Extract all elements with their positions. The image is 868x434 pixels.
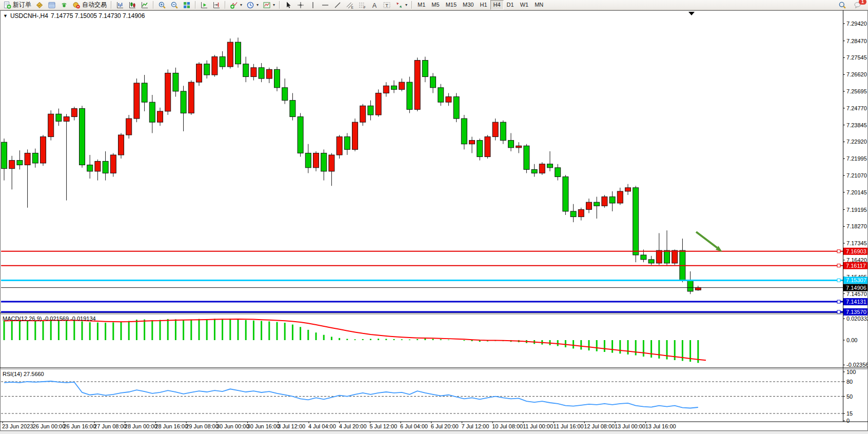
chart-title: ▼ USDCNH-,H4 7.14775 7.15005 7.14730 7.1… [3, 12, 145, 19]
arrow-annotation[interactable] [696, 232, 717, 248]
data-window-icon [48, 1, 56, 9]
timeframe-m1-button[interactable]: M1 [415, 0, 428, 10]
candle-body [329, 155, 334, 171]
chevron-down-icon[interactable]: ▾ [240, 3, 242, 7]
rsi-axis-label: 50 [846, 393, 853, 400]
candle-body [64, 117, 69, 122]
channel-button[interactable]: E [344, 0, 356, 10]
search-icon [838, 1, 846, 9]
line-handle[interactable] [837, 310, 840, 313]
time-axis: 23 Jun 202326 Jun 00:0026 Jun 16:0027 Ju… [2, 422, 676, 429]
collapse-chart-icon[interactable]: ▼ [3, 13, 8, 18]
candlestick-chart-button[interactable] [126, 0, 139, 10]
time-tick-label: 6 Jul 20:00 [431, 423, 459, 429]
crosshair-button[interactable] [294, 0, 307, 10]
macd-indicator-label: MACD(12,26,9) -0.021569 -0.019134 [3, 315, 96, 322]
candle-body [368, 106, 373, 115]
candle-body [648, 260, 654, 263]
search-button[interactable] [836, 0, 849, 10]
timeframe-m15-button[interactable]: M15 [443, 0, 460, 10]
candle-body [251, 68, 257, 77]
chart-window[interactable]: ▼ USDCNH-,H4 7.14775 7.15005 7.14730 7.1… [0, 10, 868, 431]
cursor-icon [284, 1, 292, 9]
price-tick-label: 7.29420 [846, 21, 867, 27]
line-handle[interactable] [837, 250, 840, 253]
time-tick-label: 7 Jul 12:00 [462, 423, 489, 429]
time-tick-label: 27 Jun 08:00 [94, 423, 127, 429]
macd-axis-label: 0.020332 [846, 315, 868, 322]
chart-shift-marker[interactable] [688, 12, 695, 15]
chevron-down-icon[interactable]: ▾ [405, 3, 407, 7]
indicators-button[interactable]: ▾ [228, 0, 244, 10]
bar-chart-button[interactable] [114, 0, 126, 10]
candle-body [352, 122, 358, 149]
line-handle[interactable] [837, 279, 840, 282]
vertical-line-button[interactable] [307, 0, 319, 10]
text-button[interactable]: A [368, 0, 381, 10]
timeframe-mn-button[interactable]: MN [531, 0, 546, 10]
candle-body [48, 114, 54, 136]
candle-body [453, 97, 459, 119]
candle-body [235, 42, 241, 64]
time-tick-label: 23 Jun 2023 [2, 423, 33, 429]
price-tick-label: 7.14570 [846, 291, 867, 297]
data-window-button[interactable] [46, 0, 58, 10]
price-tick-label: 7.23845 [846, 122, 867, 128]
templates-icon [263, 1, 271, 9]
price-badge-label: 7.13570 [846, 309, 866, 315]
timeframe-h1-button[interactable]: H1 [477, 0, 490, 10]
timeframe-h4-button[interactable]: H4 [490, 0, 504, 10]
navigator-button[interactable] [58, 0, 70, 10]
trendline-button[interactable] [331, 0, 344, 10]
line-chart-button[interactable] [139, 0, 151, 10]
chevron-down-icon[interactable]: ▾ [257, 3, 259, 7]
label-button[interactable]: T [381, 0, 393, 10]
candle-body [360, 106, 366, 122]
svg-text:T: T [385, 3, 388, 8]
candle-body [391, 86, 397, 89]
tile-windows-button[interactable] [181, 0, 193, 10]
auto-scroll-button[interactable] [198, 0, 210, 10]
rsi-indicator-label: RSI(14) 27.5660 [3, 371, 44, 377]
candle-body [212, 57, 218, 75]
timeframe-m30-button[interactable]: M30 [460, 0, 477, 10]
time-tick-label: 4 Jul 04:00 [308, 423, 336, 429]
candle-body [80, 109, 85, 165]
price-tick-label: 7.26620 [846, 71, 867, 77]
candle-body [656, 250, 662, 263]
chevron-down-icon[interactable]: ▾ [273, 3, 275, 7]
timeframe-w1-button[interactable]: W1 [517, 0, 532, 10]
periods-button[interactable]: ▾ [244, 0, 261, 10]
line-handle[interactable] [837, 300, 840, 303]
line-handle[interactable] [837, 264, 840, 267]
macd-panel: 0.0203320.00-0.023565 [4, 315, 868, 368]
macd-axis-label: 0.00 [846, 337, 857, 343]
candle-body [469, 141, 475, 144]
new-order-button[interactable]: 新订单 [1, 0, 33, 10]
notifications-button[interactable]: 1 [852, 0, 864, 10]
periods-icon [246, 1, 254, 9]
tile-windows-icon [183, 1, 191, 9]
candle-body [32, 153, 38, 163]
price-chart-canvas[interactable]: 7.294207.284707.275457.266207.256957.247… [0, 10, 868, 431]
fibonacci-button[interactable]: F [356, 0, 368, 10]
market-watch-button[interactable] [33, 0, 46, 10]
price-axis: 7.294207.284707.275457.266207.256957.247… [843, 21, 867, 297]
rsi-panel: 1008050150 [1, 369, 856, 424]
timeframe-m5-button[interactable]: M5 [428, 0, 442, 10]
cursor-button[interactable] [282, 0, 294, 10]
auto-trading-button[interactable]: 自动交易 [70, 0, 109, 10]
arrows-button[interactable]: ▾ [393, 0, 409, 10]
timeframe-d1-button[interactable]: D1 [504, 0, 517, 10]
horizontal-line-button[interactable] [319, 0, 331, 10]
candle-body [461, 119, 467, 144]
chart-shift-button[interactable] [210, 0, 223, 10]
price-tick-label: 7.17345 [846, 240, 867, 246]
candle-body [2, 142, 7, 168]
zoom-in-button[interactable] [156, 0, 168, 10]
candle-body [17, 161, 23, 165]
zoom-out-button[interactable] [168, 0, 181, 10]
time-tick-label: 11 Jul 16:00 [554, 423, 584, 429]
candle-body [578, 209, 584, 216]
templates-button[interactable]: ▾ [261, 0, 277, 10]
